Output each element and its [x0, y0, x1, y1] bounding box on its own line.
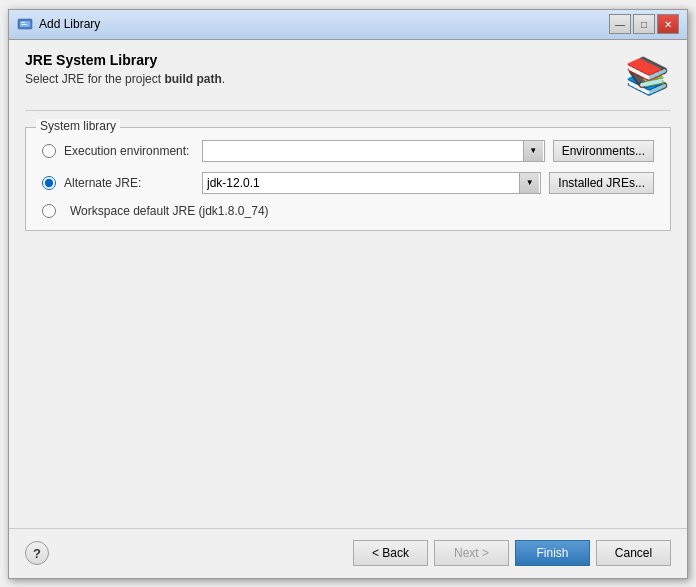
content-area: JRE System Library Select JRE for the pr… — [9, 40, 687, 528]
alternate-jre-radio[interactable] — [42, 176, 56, 190]
window-controls: — □ ✕ — [609, 14, 679, 34]
group-legend: System library — [36, 119, 120, 133]
alternate-jre-row: Alternate JRE: jdk-12.0.1 ▼ Installed JR… — [42, 172, 654, 194]
add-library-window: Add Library — □ ✕ JRE System Library Sel… — [8, 9, 688, 579]
dialog-title: JRE System Library — [25, 52, 225, 68]
window-icon — [17, 16, 33, 32]
close-button[interactable]: ✕ — [657, 14, 679, 34]
dialog-footer: ? < Back Next > Finish Cancel — [9, 528, 687, 578]
title-bar: Add Library — □ ✕ — [9, 10, 687, 40]
minimize-button[interactable]: — — [609, 14, 631, 34]
footer-buttons: < Back Next > Finish Cancel — [353, 540, 671, 566]
execution-env-radio[interactable] — [42, 144, 56, 158]
workspace-default-row: Workspace default JRE (jdk1.8.0_74) — [42, 204, 654, 218]
help-button[interactable]: ? — [25, 541, 49, 565]
header-icon: 📚 — [623, 52, 671, 100]
dialog-description: Select JRE for the project build path. — [25, 72, 225, 86]
back-button[interactable]: < Back — [353, 540, 428, 566]
window-title: Add Library — [39, 17, 609, 31]
svg-rect-2 — [21, 22, 25, 23]
execution-env-label: Execution environment: — [64, 144, 194, 158]
footer-left: ? — [25, 541, 49, 565]
alternate-jre-dropdown-wrapper: jdk-12.0.1 ▼ — [202, 172, 541, 194]
environments-button[interactable]: Environments... — [553, 140, 654, 162]
content-spacer — [25, 243, 671, 516]
svg-rect-3 — [21, 24, 27, 25]
workspace-default-radio[interactable] — [42, 204, 56, 218]
alternate-jre-dropdown[interactable]: jdk-12.0.1 — [202, 172, 541, 194]
execution-env-dropdown[interactable] — [202, 140, 545, 162]
system-library-group: System library Execution environment: ▼ … — [25, 127, 671, 231]
next-button[interactable]: Next > — [434, 540, 509, 566]
maximize-button[interactable]: □ — [633, 14, 655, 34]
execution-env-row: Execution environment: ▼ Environments... — [42, 140, 654, 162]
finish-button[interactable]: Finish — [515, 540, 590, 566]
dialog-header: JRE System Library Select JRE for the pr… — [25, 52, 671, 111]
installed-jres-button[interactable]: Installed JREs... — [549, 172, 654, 194]
workspace-default-label: Workspace default JRE (jdk1.8.0_74) — [70, 204, 269, 218]
header-text: JRE System Library Select JRE for the pr… — [25, 52, 225, 86]
cancel-button[interactable]: Cancel — [596, 540, 671, 566]
execution-env-dropdown-wrapper: ▼ — [202, 140, 545, 162]
alternate-jre-label: Alternate JRE: — [64, 176, 194, 190]
